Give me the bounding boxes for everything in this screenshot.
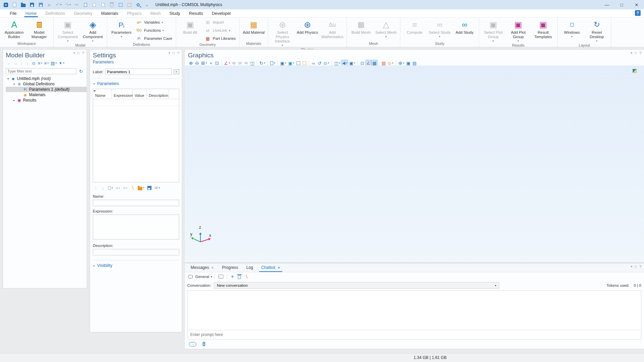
tree-item-root[interactable]: ▾◆Untitled.mph(root)	[6, 76, 87, 81]
clear-table-icon[interactable]: ∖	[130, 185, 136, 191]
panel-pin-icon[interactable]: ⊤	[639, 51, 642, 55]
save-icon[interactable]	[28, 1, 36, 8]
duplicate-icon[interactable]	[100, 1, 107, 8]
tab-file[interactable]: File	[5, 10, 21, 17]
save-as-icon[interactable]	[37, 1, 45, 8]
redo-icon[interactable]: ↷▾	[64, 1, 72, 8]
refresh-icon[interactable]: ↻	[78, 68, 84, 75]
panel-menu-icon[interactable]: ▾	[74, 51, 75, 55]
description-field[interactable]	[93, 249, 179, 255]
column-header-expression[interactable]: Expression	[112, 89, 133, 99]
column-header-description[interactable]: Description	[147, 89, 169, 99]
move-down-icon[interactable]: ↓	[25, 60, 31, 66]
run-icon[interactable]: ▶	[46, 1, 53, 8]
name-field[interactable]	[93, 200, 179, 206]
filter-input[interactable]	[6, 68, 77, 74]
close-button[interactable]: ✕	[629, 0, 644, 9]
new-file-icon[interactable]	[11, 1, 18, 8]
tab-developer[interactable]: Developer	[207, 10, 235, 17]
panel-pin-icon[interactable]: ⊤	[177, 51, 180, 55]
add-component-button[interactable]: ◈Add Component▾	[81, 19, 105, 43]
part-libraries-button[interactable]: ▦Part Libraries	[204, 35, 236, 42]
select-physics-interface-button[interactable]: ⊛Select Physics Interface▾	[270, 19, 295, 47]
tree-expander-icon[interactable]: ▾	[12, 83, 17, 86]
expression-field[interactable]	[93, 215, 179, 240]
undo-icon[interactable]: ↶▾	[55, 1, 62, 8]
attach-file-icon[interactable]	[201, 341, 207, 347]
table-row[interactable]	[93, 99, 179, 106]
paste-icon[interactable]	[91, 1, 98, 8]
maximize-button[interactable]: □	[614, 0, 629, 9]
delete-icon[interactable]	[108, 1, 116, 8]
tab-study[interactable]: Study	[165, 10, 185, 17]
tab-home[interactable]: Home	[21, 10, 41, 17]
filter-icon[interactable]: ▼▾	[58, 60, 65, 66]
select-mesh-button[interactable]: △Select Mesh▾	[374, 19, 398, 41]
panel-float-icon[interactable]: □	[635, 51, 637, 55]
add-row-icon[interactable]: ≡+	[115, 185, 121, 191]
legend-icon[interactable]	[633, 69, 637, 73]
tab-results[interactable]: Results	[185, 10, 207, 17]
help-button[interactable]: ?	[635, 10, 641, 16]
tree-item-parameters-1[interactable]: PᵢParameters 1{default}	[6, 87, 87, 92]
go-back-icon[interactable]: ←	[6, 60, 12, 66]
compute-button[interactable]: =Compute	[402, 19, 427, 41]
windows-button[interactable]: Windows▾	[560, 19, 584, 43]
row-down-icon[interactable]: ↓	[100, 185, 106, 191]
cut-icon[interactable]: ✂	[73, 1, 81, 8]
load-from-file-icon[interactable]: ▾	[137, 185, 145, 191]
table-ops-icon[interactable]: ▾	[107, 185, 114, 191]
label-input[interactable]	[105, 68, 172, 75]
parameters-button[interactable]: PᵢParameters▾	[109, 19, 134, 42]
select-plot-group-button[interactable]: ▣Select Plot Group▾	[481, 19, 505, 43]
go-forward-icon[interactable]: →	[12, 60, 19, 66]
functions-button[interactable]: f(x)Functions▾	[136, 27, 172, 34]
panel-pin-icon[interactable]: ⊤	[639, 265, 642, 269]
build-all-button[interactable]: ▣Build All	[178, 19, 202, 42]
visibility-section-header[interactable]: ▸ Visibility	[93, 263, 179, 268]
add-study-button[interactable]: ∞Add Study	[452, 19, 477, 41]
close-icon[interactable]: ✕	[277, 266, 280, 270]
tree-item-materials[interactable]: ◉Materials	[6, 92, 87, 98]
tree-expander-icon[interactable]: ▸	[12, 99, 17, 102]
add-plot-group-button[interactable]: ▣Add Plot Group▾	[506, 19, 530, 43]
chat-bubble-icon[interactable]	[187, 273, 194, 280]
panel-float-icon[interactable]: □	[172, 51, 174, 55]
add-conversation-icon[interactable]: +	[229, 273, 235, 280]
general-dropdown-label[interactable]: General	[195, 275, 209, 279]
select-icon[interactable]	[117, 1, 124, 8]
rename-icon[interactable]: ab▾	[153, 185, 161, 191]
expand-all-icon[interactable]: ≡▾	[43, 60, 50, 66]
select-component-button[interactable]: ▣Select Component▾	[56, 19, 80, 43]
conversation-select[interactable]: New conversation ▾	[214, 282, 499, 289]
panel-pin-icon[interactable]: ⊤	[82, 51, 85, 55]
add-mathematics-button[interactable]: ΔuAdd Mathematics	[320, 19, 344, 47]
parameters-table[interactable]: ▸▸ NameExpressionValueDescription	[93, 89, 179, 183]
parameter-case-button[interactable]: PᵢParameter Case	[136, 35, 172, 42]
collapse-all-icon[interactable]: ≡▾	[37, 60, 43, 66]
select-study-button[interactable]: ∞Select Study▾	[427, 19, 452, 41]
row-up-icon[interactable]: ↑	[93, 185, 99, 191]
panel-menu-icon[interactable]: ▾	[631, 265, 633, 269]
add-physics-button[interactable]: ⊛Add Physics	[295, 19, 319, 47]
livelink-button[interactable]: ⇄LiveLink▾	[204, 27, 236, 34]
tab-progress[interactable]: Progress	[218, 264, 242, 272]
note-icon[interactable]	[174, 69, 179, 74]
panel-float-icon[interactable]: □	[77, 51, 79, 55]
find-icon[interactable]	[135, 1, 142, 8]
column-header-name[interactable]: Name	[93, 89, 112, 99]
panel-menu-icon[interactable]: ▾	[169, 51, 170, 55]
panel-menu-icon[interactable]: ▾	[631, 51, 633, 55]
panel-float-icon[interactable]: □	[635, 265, 637, 269]
tab-materials[interactable]: Materials	[97, 10, 123, 17]
close-icon[interactable]: ✕	[211, 266, 214, 270]
prompt-input[interactable]	[188, 330, 641, 339]
build-mesh-button[interactable]: ▦Build Mesh	[349, 19, 373, 41]
parameters-section-header[interactable]: ▾ Parameters	[93, 81, 179, 86]
clear-conversation-icon[interactable]: ∖	[244, 273, 250, 280]
tab-physics[interactable]: Physics	[122, 10, 146, 17]
result-templates-button[interactable]: ▣Result Templates	[531, 19, 555, 43]
tab-chatbot[interactable]: Chatbot✕	[257, 264, 284, 272]
application-builder-button[interactable]: AApplication Builder	[2, 19, 26, 41]
show-icon[interactable]: ⊙	[31, 60, 37, 66]
